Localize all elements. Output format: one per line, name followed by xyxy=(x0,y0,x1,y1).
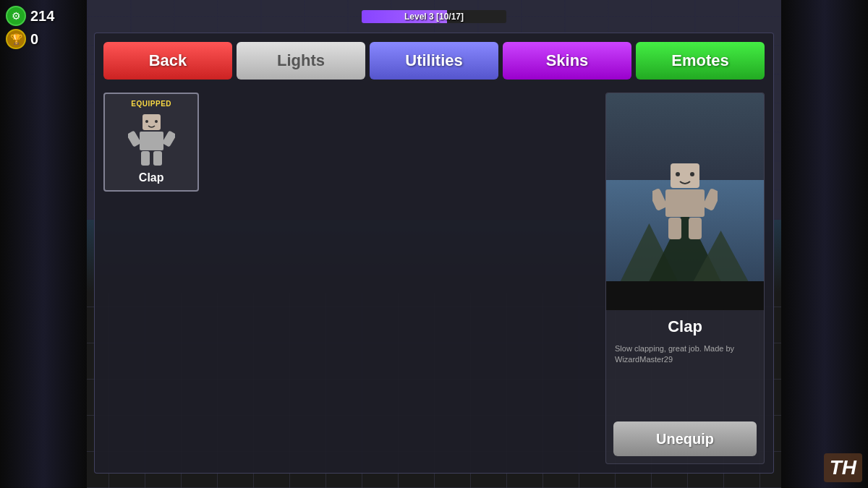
svg-point-2 xyxy=(155,120,158,123)
content-area: EQUIPPED xyxy=(95,87,773,473)
coins-value: 214 xyxy=(30,8,54,25)
main-panel: Back Lights Utilities Skins Emotes EQUIP… xyxy=(94,33,774,474)
items-grid: EQUIPPED xyxy=(103,93,605,464)
svg-rect-17 xyxy=(652,188,668,211)
svg-rect-18 xyxy=(702,188,718,211)
emotes-tab[interactable]: Emotes xyxy=(636,42,765,80)
level-text: Level 3 [10/17] xyxy=(362,10,506,23)
svg-rect-12 xyxy=(606,281,764,310)
svg-rect-7 xyxy=(153,151,162,166)
item-name: Clap xyxy=(139,171,164,184)
svg-point-15 xyxy=(690,172,694,176)
trophy-icon: 🏆 xyxy=(6,29,26,49)
pillar-left xyxy=(0,0,87,488)
stats-panel: ⚙ 214 🏆 0 xyxy=(6,6,54,49)
svg-rect-3 xyxy=(140,132,163,150)
lights-tab[interactable]: Lights xyxy=(237,42,365,80)
svg-rect-20 xyxy=(689,218,702,239)
watermark: TH xyxy=(824,453,862,482)
detail-name: Clap xyxy=(606,310,764,341)
unequip-button[interactable]: Unequip xyxy=(613,421,757,456)
level-bar: Level 3 [10/17] xyxy=(362,10,506,23)
detail-character xyxy=(652,162,718,241)
trophies-row: 🏆 0 xyxy=(6,29,54,49)
detail-image xyxy=(606,93,764,310)
svg-rect-16 xyxy=(665,189,705,217)
skins-tab[interactable]: Skins xyxy=(503,42,631,80)
svg-point-14 xyxy=(676,172,680,176)
equipped-badge: EQUIPPED xyxy=(131,100,171,108)
detail-description: Slow clapping, great job. Made by Wizard… xyxy=(606,341,764,369)
detail-panel: Clap Slow clapping, great job. Made by W… xyxy=(605,93,765,464)
svg-point-1 xyxy=(145,120,148,123)
top-bar: Level 3 [10/17] xyxy=(0,0,868,33)
svg-rect-6 xyxy=(141,151,150,166)
item-card[interactable]: EQUIPPED xyxy=(103,93,199,192)
svg-rect-4 xyxy=(128,130,141,147)
pillar-right xyxy=(781,0,868,488)
svg-rect-19 xyxy=(668,218,681,239)
nav-tabs: Back Lights Utilities Skins Emotes xyxy=(95,33,773,87)
coins-icon: ⚙ xyxy=(6,6,26,26)
back-tab[interactable]: Back xyxy=(103,42,232,80)
coins-row: ⚙ 214 xyxy=(6,6,54,26)
svg-rect-5 xyxy=(161,130,174,147)
trophies-value: 0 xyxy=(30,31,38,48)
item-character-figure xyxy=(126,111,176,168)
utilities-tab[interactable]: Utilities xyxy=(370,42,498,80)
